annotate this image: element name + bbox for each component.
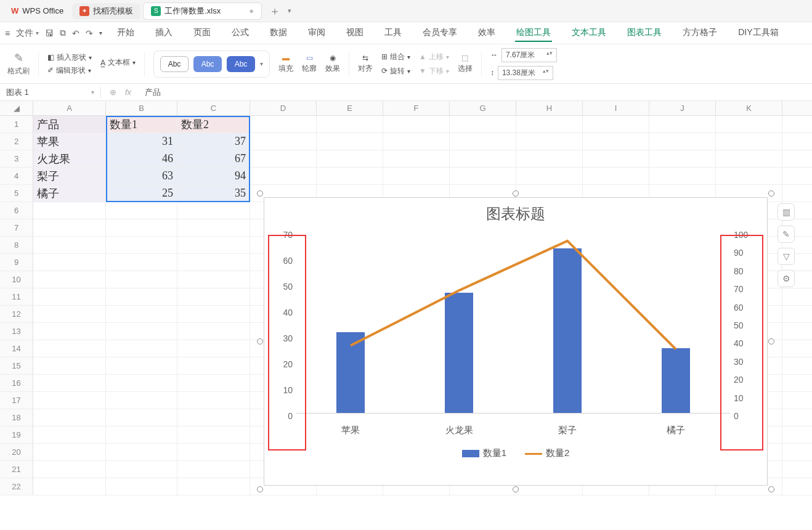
cell-B6[interactable]	[106, 202, 177, 219]
bar-series[interactable]	[296, 230, 730, 414]
outline[interactable]: ▭轮廓	[302, 54, 317, 74]
cell-C1[interactable]: 数量2	[177, 116, 250, 132]
cell-D4[interactable]	[250, 168, 317, 184]
chart-area[interactable]: 图表标题 706050403020100 1009080706050403020…	[264, 197, 768, 486]
chart-filter-icon[interactable]: ▽	[777, 248, 795, 265]
col-header-I[interactable]: I	[583, 101, 649, 115]
cell-B16[interactable]	[106, 375, 177, 391]
col-header-J[interactable]: J	[649, 101, 716, 115]
tab-workbook[interactable]: S 工作簿数量.xlsx ●	[143, 2, 262, 20]
cell-A2[interactable]: 苹果	[33, 133, 106, 150]
format-brush[interactable]: ✎ 格式刷	[7, 51, 30, 76]
height-input[interactable]: 13.38厘米▴▾	[498, 66, 553, 80]
row-header-18[interactable]: 18	[0, 409, 33, 426]
row-header-5[interactable]: 5	[0, 185, 33, 202]
cell-J4[interactable]	[649, 168, 716, 184]
cell-D2[interactable]	[250, 133, 317, 150]
menu-tab-14[interactable]: DIY工具箱	[737, 25, 779, 42]
insert-shape[interactable]: ◧ 插入形状 ▾	[47, 52, 92, 63]
row-header-15[interactable]: 15	[0, 357, 33, 374]
cell-A22[interactable]	[33, 478, 106, 495]
cell-A7[interactable]	[33, 219, 106, 236]
col-header-C[interactable]: C	[177, 101, 250, 115]
cell-A17[interactable]	[33, 392, 106, 409]
cell-E4[interactable]	[317, 168, 383, 184]
row-header-14[interactable]: 14	[0, 340, 33, 357]
cell-A21[interactable]	[33, 461, 106, 478]
cell-D3[interactable]	[250, 150, 317, 167]
cell-A8[interactable]	[33, 237, 106, 253]
cell-A13[interactable]	[33, 323, 106, 340]
x-axis-labels[interactable]: 苹果火龙果梨子橘子	[296, 425, 730, 436]
select[interactable]: ⬚选择	[458, 54, 473, 74]
cell-B20[interactable]	[106, 444, 177, 460]
cell-A19[interactable]	[33, 426, 106, 443]
cell-K3[interactable]	[716, 150, 782, 167]
cell-E1[interactable]	[317, 116, 383, 132]
undo-icon[interactable]: ↶	[72, 28, 79, 38]
select-all-corner[interactable]: ◢	[0, 101, 33, 115]
effect[interactable]: ◉效果	[325, 54, 340, 74]
cell-B3[interactable]: 46	[106, 150, 177, 167]
col-header-E[interactable]: E	[317, 101, 383, 115]
cell-F1[interactable]	[383, 116, 450, 132]
col-header-D[interactable]: D	[250, 101, 317, 115]
cell-C4[interactable]: 94	[177, 168, 250, 184]
cell-F4[interactable]	[383, 168, 450, 184]
fill[interactable]: ▬填充	[278, 54, 293, 74]
plot-area[interactable]: 706050403020100 1009080706050403020100	[296, 230, 730, 421]
tab-templates[interactable]: ✦ 找稻壳模板	[72, 3, 140, 19]
cell-C5[interactable]: 35	[177, 185, 250, 202]
more-icon[interactable]: ▾	[99, 30, 102, 36]
cell-A9[interactable]	[33, 254, 106, 271]
cell-B1[interactable]: 数量1	[106, 116, 177, 132]
cell-E2[interactable]	[317, 133, 383, 150]
col-header-K[interactable]: K	[716, 101, 782, 115]
cell-C18[interactable]	[177, 409, 250, 426]
menu-tab-11[interactable]: 文本工具	[570, 25, 607, 42]
cell-A3[interactable]: 火龙果	[33, 150, 106, 167]
window-icon[interactable]: ⧉	[60, 28, 66, 38]
bar-梨子[interactable]	[553, 248, 582, 414]
cell-B10[interactable]	[106, 271, 177, 288]
cell-B11[interactable]	[106, 288, 177, 305]
redo-icon[interactable]: ↷	[86, 28, 93, 38]
menu-tab-5[interactable]: 审阅	[307, 25, 327, 42]
cell-C13[interactable]	[177, 323, 250, 340]
cell-A16[interactable]	[33, 375, 106, 391]
col-header-B[interactable]: B	[106, 101, 177, 115]
cell-D1[interactable]	[250, 116, 317, 132]
cell-B12[interactable]	[106, 306, 177, 322]
cell-B5[interactable]: 25	[106, 185, 177, 202]
cell-I2[interactable]	[583, 133, 649, 150]
cell-A11[interactable]	[33, 288, 106, 305]
cell-A20[interactable]	[33, 444, 106, 460]
bar-苹果[interactable]	[336, 332, 365, 414]
menu-tab-6[interactable]: 视图	[345, 25, 365, 42]
cell-B18[interactable]	[106, 409, 177, 426]
cell-C21[interactable]	[177, 461, 250, 478]
row-header-12[interactable]: 12	[0, 306, 33, 322]
menu-tab-9[interactable]: 效率	[477, 25, 497, 42]
cell-C10[interactable]	[177, 271, 250, 288]
cell-E3[interactable]	[317, 150, 383, 167]
cell-G1[interactable]	[450, 116, 516, 132]
abc-style-1[interactable]: Abc	[160, 56, 189, 72]
cell-H4[interactable]	[516, 168, 583, 184]
row-header-11[interactable]: 11	[0, 288, 33, 305]
cell-C19[interactable]	[177, 426, 250, 443]
cell-C15[interactable]	[177, 357, 250, 374]
col-header-G[interactable]: G	[450, 101, 516, 115]
row-header-2[interactable]: 2	[0, 133, 33, 150]
row-header-7[interactable]: 7	[0, 219, 33, 236]
col-header-F[interactable]: F	[383, 101, 450, 115]
group[interactable]: ⊞ 组合 ▾	[381, 52, 410, 62]
tab-dropdown[interactable]: ▾	[288, 7, 291, 15]
row-header-21[interactable]: 21	[0, 461, 33, 478]
row-header-9[interactable]: 9	[0, 254, 33, 271]
col-header-H[interactable]: H	[516, 101, 583, 115]
menu-tab-12[interactable]: 图表工具	[626, 25, 663, 42]
cell-C16[interactable]	[177, 375, 250, 391]
row-header-20[interactable]: 20	[0, 444, 33, 460]
col-header-A[interactable]: A	[33, 101, 106, 115]
